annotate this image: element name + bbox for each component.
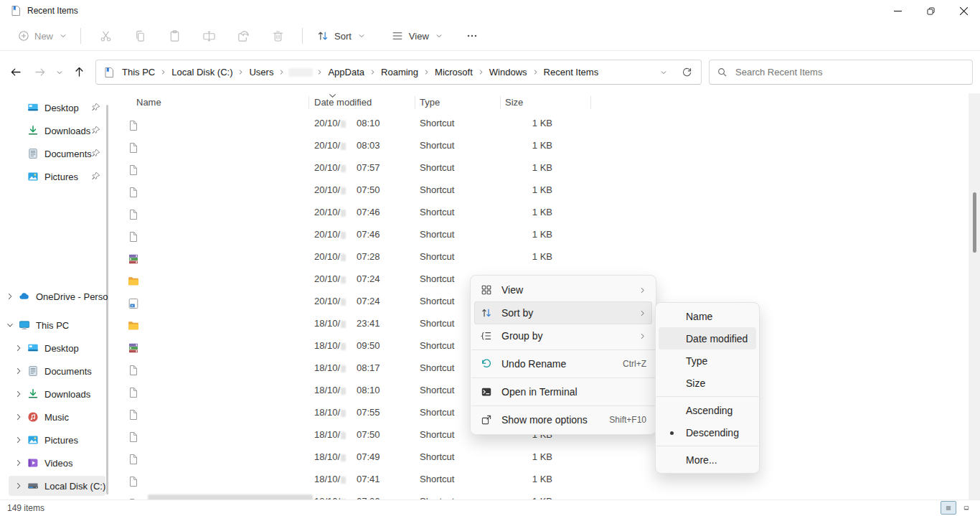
file-row[interactable]: 18/10/07:49Shortcut1 KB [109, 446, 969, 468]
file-row[interactable]: 20/10/07:50Shortcut1 KB [109, 179, 969, 201]
scrollbar-thumb[interactable] [973, 192, 976, 253]
file-row[interactable]: 18/10/07:41Shortcut1 KB [109, 468, 969, 490]
size-cell: 1 KB [496, 201, 552, 223]
chevron-right-icon[interactable] [14, 344, 23, 352]
recent-locations-button[interactable] [52, 60, 67, 84]
chevron-right-icon[interactable] [6, 292, 14, 301]
column-header-size[interactable]: Size [505, 93, 523, 112]
sidebar-item-downloads[interactable]: Downloads [0, 383, 109, 405]
chevron-right-icon[interactable] [14, 367, 23, 375]
breadcrumb-segment[interactable]: Microsoft [432, 65, 476, 80]
file-row[interactable]: 20/10/07:46Shortcut1 KB [109, 223, 969, 245]
vertical-scrollbar[interactable] [969, 93, 980, 500]
menu-item-label: View [501, 284, 631, 296]
back-button[interactable] [4, 60, 28, 84]
sidebar-item-music[interactable]: Music [0, 405, 109, 428]
restore-button[interactable] [914, 0, 947, 22]
chevron-right-icon[interactable] [14, 459, 23, 467]
sidebar-item-downloads[interactable]: Downloads [0, 119, 109, 142]
up-button[interactable] [67, 60, 91, 84]
minimize-button[interactable] [881, 0, 914, 22]
file-row[interactable]: 20/10/07:28Shortcut1 KB [109, 245, 969, 268]
size-cell: 1 KB [496, 468, 552, 490]
chevron-right-icon[interactable] [14, 413, 23, 421]
file-row[interactable]: 20/10/07:57Shortcut1 KB [109, 156, 969, 179]
sidebar-item-videos[interactable]: Videos [0, 451, 109, 474]
submenu-item-date-modified[interactable]: Date modified [659, 327, 756, 350]
sidebar-item-documents[interactable]: Documents [0, 360, 109, 383]
file-row[interactable]: 20/10/07:46Shortcut1 KB [109, 201, 969, 223]
sidebar-item-local-disk-c-[interactable]: Local Disk (C:) [0, 474, 109, 497]
sidebar-item-desktop[interactable]: Desktop [0, 337, 109, 360]
cut-button[interactable] [91, 24, 120, 47]
new-button[interactable]: New [11, 24, 73, 47]
address-dropdown-button[interactable] [654, 63, 674, 82]
column-header-type[interactable]: Type [420, 93, 440, 112]
sidebar-item-desktop[interactable]: Desktop [0, 96, 109, 119]
file-row[interactable]: 18/10/07:36Shortcut1 KB [109, 490, 969, 500]
chevron-right-icon[interactable] [14, 390, 23, 398]
menu-item-sort-by[interactable]: Sort by [474, 301, 652, 324]
breadcrumb-segment[interactable]: Local Disk (C:) [169, 65, 235, 80]
breadcrumb-segment[interactable]: Windows [486, 65, 530, 80]
forward-button[interactable] [28, 60, 52, 84]
copy-button[interactable] [126, 24, 154, 47]
copy-icon [133, 29, 147, 43]
menu-item-group-by[interactable]: Group by [474, 324, 652, 347]
search-input[interactable] [734, 66, 965, 78]
time-cell: 07:46 [357, 201, 380, 223]
sidebar-item-pictures[interactable]: Pictures [0, 165, 109, 188]
chevron-down-icon[interactable] [6, 321, 14, 329]
date-modified-cell: 18/10/ [314, 312, 346, 334]
rename-button[interactable] [194, 24, 223, 47]
menu-item-show-more-options[interactable]: Show more optionsShift+F10 [474, 408, 652, 431]
view-button[interactable]: View [385, 24, 449, 47]
chevron-right-icon[interactable] [14, 482, 23, 490]
sort-button[interactable]: Sort [310, 24, 372, 47]
submenu-item-ascending[interactable]: Ascending [659, 399, 756, 421]
file-name-cell [148, 446, 308, 468]
paste-button[interactable] [160, 24, 189, 47]
details-view-button[interactable] [941, 501, 956, 515]
column-divider[interactable] [590, 96, 591, 109]
sidebar-item-pictures[interactable]: Pictures [0, 428, 109, 451]
submenu-item-label: Name [686, 311, 712, 322]
column-header-name[interactable]: Name [136, 93, 161, 112]
column-divider[interactable] [500, 96, 501, 109]
refresh-button[interactable] [677, 63, 697, 82]
file-row[interactable]: 20/10/08:03Shortcut1 KB [109, 134, 969, 156]
column-divider[interactable] [415, 96, 415, 109]
sidebar-item-this-pc[interactable]: This PC [0, 314, 109, 337]
close-button[interactable] [947, 0, 980, 22]
breadcrumb-segment[interactable]: Recent Items [541, 65, 602, 80]
column-header-date-modified[interactable]: Date modified [314, 93, 372, 112]
chevron-right-icon[interactable] [14, 436, 23, 444]
breadcrumb-segment[interactable]: This PC [119, 65, 158, 80]
breadcrumb-segment[interactable]: AppData [325, 65, 367, 80]
submenu-item-descending[interactable]: Descending [659, 421, 756, 444]
share-button[interactable] [229, 24, 258, 47]
submenu-item-name[interactable]: Name [659, 305, 756, 327]
submenu-item-more-[interactable]: More... [659, 449, 756, 471]
menu-item-open-in-terminal[interactable]: Open in Terminal [474, 380, 652, 403]
sidebar-item-label: Pictures [44, 435, 78, 446]
submenu-item-size[interactable]: Size [659, 372, 756, 394]
menu-item-undo-rename[interactable]: Undo RenameCtrl+Z [474, 352, 652, 375]
file-row[interactable]: 20/10/08:10Shortcut1 KB [109, 112, 969, 134]
search-box[interactable] [709, 60, 973, 85]
submenu-item-type[interactable]: Type [659, 350, 756, 372]
large-icons-view-button[interactable] [958, 501, 974, 515]
breadcrumb-segment[interactable]: Users [246, 65, 276, 80]
folder-icon [128, 320, 139, 332]
pin-icon [91, 172, 100, 181]
address-bar[interactable]: This PCLocal Disk (C:)UsersAppDataRoamin… [95, 60, 702, 85]
menu-item-view[interactable]: View [474, 278, 652, 301]
sidebar-item-documents[interactable]: Documents [0, 142, 109, 165]
more-options-button[interactable] [459, 24, 485, 47]
delete-button[interactable] [263, 24, 292, 47]
breadcrumb-segment[interactable]: Roaming [378, 65, 421, 80]
menu-separator [471, 405, 655, 406]
column-divider[interactable] [308, 96, 309, 109]
sidebar-item-onedrive-perso[interactable]: OneDrive - Perso [0, 285, 109, 308]
item-count: 149 items [7, 503, 44, 513]
